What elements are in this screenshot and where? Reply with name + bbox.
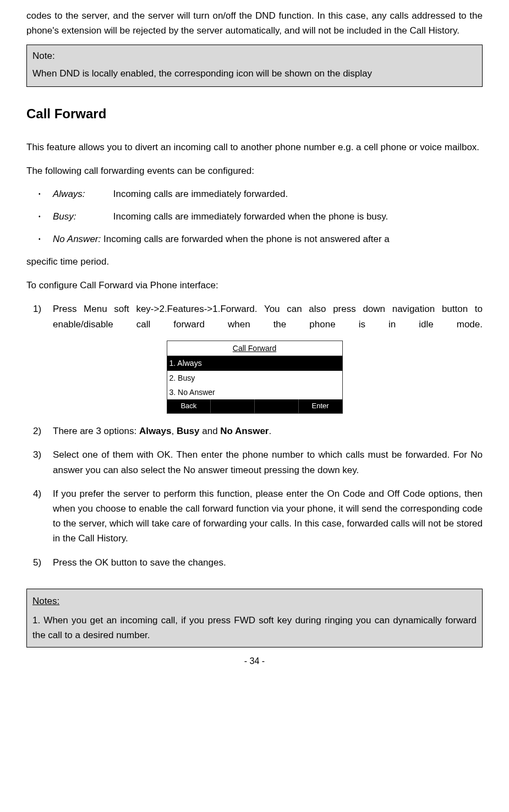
phone-footer: Back Enter	[167, 399, 342, 413]
procedure-list: Press Menu soft key->2.Features->1.Forwa…	[26, 301, 483, 331]
item-desc: Incoming calls are immediately forwarded…	[113, 189, 288, 199]
phone-row-busy: 2. Busy	[167, 371, 342, 385]
procedure-list-continued: There are 3 options: Always, Busy and No…	[26, 424, 483, 570]
step-2-opt-busy: Busy	[177, 426, 200, 436]
page-number: - 34 -	[26, 654, 483, 668]
phone-screenshot: Call Forward 1. Always 2. Busy 3. No Ans…	[26, 341, 483, 414]
step-2-sep: ,	[171, 426, 176, 436]
list-item: Busy: Incoming calls are immediately for…	[26, 209, 483, 224]
note-label: Note:	[32, 48, 477, 63]
phone-spacer	[255, 399, 299, 413]
after-list-text: specific time period.	[26, 254, 483, 269]
notes-box: Notes: 1. When you get an incoming call,…	[26, 589, 483, 648]
forwarding-types-list: Always: Incoming calls are immediately f…	[26, 186, 483, 247]
step-2-post: .	[269, 426, 271, 436]
step-4: If you prefer the server to perform this…	[26, 486, 483, 546]
procedure-intro: To configure Call Forward via Phone inte…	[26, 278, 483, 293]
step-2: There are 3 options: Always, Busy and No…	[26, 424, 483, 438]
item-desc: Incoming calls are forwarded when the ph…	[103, 234, 390, 244]
phone-back-button: Back	[167, 399, 211, 413]
phone-screen: Call Forward 1. Always 2. Busy 3. No Ans…	[167, 341, 343, 414]
phone-enter-button: Enter	[299, 399, 342, 413]
step-1: Press Menu soft key->2.Features->1.Forwa…	[26, 301, 483, 331]
step-3: Select one of them with OK. Then enter t…	[26, 447, 483, 477]
item-label: Always:	[53, 186, 111, 201]
phone-screen-title: Call Forward	[167, 341, 342, 356]
config-intro: The following call forwarding events can…	[26, 163, 483, 178]
phone-spacer	[211, 399, 255, 413]
list-item: Always: Incoming calls are immediately f…	[26, 186, 483, 201]
phone-row-noanswer: 3. No Answer	[167, 385, 342, 399]
item-label: No Answer:	[53, 232, 101, 246]
continuation-text: codes to the server, and the server will…	[26, 8, 483, 38]
note-text: When DND is locally enabled, the corresp…	[32, 66, 477, 81]
step-2-sep: and	[200, 426, 221, 436]
item-label: Busy:	[53, 209, 111, 224]
item-desc: Incoming calls are immediately forwarded…	[113, 211, 388, 222]
list-item: No Answer: Incoming calls are forwarded …	[26, 232, 483, 246]
intro-text: This feature allows you to divert an inc…	[26, 140, 483, 155]
step-2-pre: There are 3 options:	[53, 426, 139, 436]
step-2-opt-noanswer: No Answer	[220, 426, 269, 436]
step-2-opt-always: Always	[139, 426, 172, 436]
note-1: 1. When you get an incoming call, if you…	[32, 613, 477, 643]
notes-title: Notes:	[32, 594, 477, 608]
note-box: Note: When DND is locally enabled, the c…	[26, 45, 483, 86]
phone-row-always: 1. Always	[167, 356, 342, 370]
section-heading: Call Forward	[26, 103, 483, 124]
step-5: Press the OK button to save the changes.	[26, 555, 483, 570]
